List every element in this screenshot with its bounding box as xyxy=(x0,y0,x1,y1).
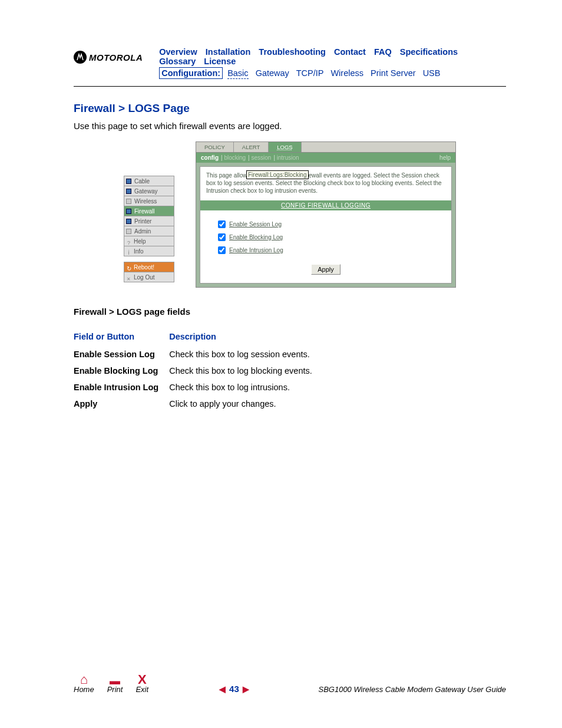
config-label: Configuration: xyxy=(159,67,223,79)
sidebar-item-info[interactable]: Info xyxy=(124,246,174,256)
home-button[interactable]: ⌂ Home xyxy=(74,673,94,694)
subnav-tcpip[interactable]: TCP/IP xyxy=(296,68,324,78)
check-blocking-label[interactable]: Enable Blocking Log xyxy=(229,234,283,241)
tab-logs[interactable]: LOGS xyxy=(269,142,301,152)
sidebar: Cable Gateway Wireless Firewall Printer … xyxy=(124,176,174,288)
nav-glossary[interactable]: Glossary xyxy=(159,57,196,66)
checkbox-blocking[interactable] xyxy=(218,233,226,241)
tab-policy[interactable]: POLICY xyxy=(196,142,234,152)
check-intrusion-label[interactable]: Enable Intrusion Log xyxy=(229,247,283,253)
subnav-basic[interactable]: Basic xyxy=(227,68,248,79)
subtab-blocking[interactable]: blocking xyxy=(224,154,246,161)
header-divider xyxy=(74,86,506,87)
page-intro: Use this page to set which firewall even… xyxy=(74,121,506,131)
subnav-usb[interactable]: USB xyxy=(423,68,441,78)
tab-row: POLICY ALERT LOGS xyxy=(196,142,455,153)
content-pane: POLICY ALERT LOGS config| blocking| sess… xyxy=(196,141,456,288)
motorola-icon xyxy=(74,51,87,64)
sidebar-item-firewall[interactable]: Firewall xyxy=(124,206,174,216)
nav-overview[interactable]: Overview xyxy=(159,47,197,57)
guide-title: SBG1000 Wireless Cable Modem Gateway Use… xyxy=(318,685,506,694)
exit-button[interactable]: X Exit xyxy=(135,673,148,694)
sidebar-item-wireless[interactable]: Wireless xyxy=(124,196,174,206)
sidebar-item-help[interactable]: Help xyxy=(124,236,174,246)
nav-license[interactable]: License xyxy=(204,57,236,66)
checkbox-intrusion[interactable] xyxy=(218,246,226,254)
nav-specifications[interactable]: Specifications xyxy=(400,47,458,57)
sidebar-item-cable[interactable]: Cable xyxy=(124,176,174,186)
table-row: ApplyClick to apply your changes. xyxy=(74,399,323,416)
top-nav: Overview Installation Troubleshooting Co… xyxy=(159,47,506,66)
brand-text: MOTOROLA xyxy=(89,52,143,62)
home-icon: ⌂ xyxy=(74,673,94,686)
nav-troubleshooting[interactable]: Troubleshooting xyxy=(259,47,326,57)
check-session-label[interactable]: Enable Session Log xyxy=(229,221,282,228)
prev-page-icon[interactable]: ◀ xyxy=(219,684,226,694)
subtab-session[interactable]: session xyxy=(251,154,271,161)
config-banner: CONFIG FIREWALL LOGGING xyxy=(200,200,451,210)
exit-icon: X xyxy=(135,673,148,686)
nav-faq[interactable]: FAQ xyxy=(374,47,392,57)
apply-button[interactable]: Apply xyxy=(311,264,340,275)
check-intrusion: Enable Intrusion Log xyxy=(216,245,445,256)
fields-title: Firewall > LOGS page fields xyxy=(74,307,506,317)
print-button[interactable]: ▬ Print xyxy=(107,676,123,694)
th-field: Field or Button xyxy=(74,332,169,350)
pager: ◀ 43 ▶ xyxy=(219,684,249,694)
footer: ⌂ Home ▬ Print X Exit ◀ 43 ▶ SBG1000 Wir… xyxy=(74,673,506,694)
nav-contact[interactable]: Contact xyxy=(334,47,366,57)
check-session: Enable Session Log xyxy=(216,219,445,230)
table-row: Enable Intrusion LogCheck this box to lo… xyxy=(74,383,323,399)
table-row: Enable Session LogCheck this box to log … xyxy=(74,350,323,366)
page-number: 43 xyxy=(229,684,239,694)
sidebar-logout[interactable]: Log Out xyxy=(124,272,174,282)
tooltip: Firewall:Logs:Blocking xyxy=(246,170,309,179)
sidebar-reboot[interactable]: Reboot! xyxy=(124,262,174,272)
sidebar-item-admin[interactable]: Admin xyxy=(124,226,174,236)
check-blocking: Enable Blocking Log xyxy=(216,232,445,243)
next-page-icon[interactable]: ▶ xyxy=(243,684,249,694)
page-title: Firewall > LOGS Page xyxy=(74,102,506,115)
tab-alert[interactable]: ALERT xyxy=(234,142,269,152)
subtab-row: config| blocking| session| intrusion hel… xyxy=(196,153,455,163)
subtab-intrusion[interactable]: intrusion xyxy=(277,154,299,161)
brand-logo: MOTOROLA xyxy=(74,51,143,64)
admin-ui-screenshot: Cable Gateway Wireless Firewall Printer … xyxy=(124,141,456,288)
help-link[interactable]: help xyxy=(439,154,451,161)
sidebar-item-printer[interactable]: Printer xyxy=(124,216,174,226)
pane-description: This page allow Firewall:Logs:Blocking x… xyxy=(206,172,445,195)
subnav-gateway[interactable]: Gateway xyxy=(256,68,289,78)
nav-installation[interactable]: Installation xyxy=(206,47,251,57)
subtab-config[interactable]: config xyxy=(201,154,219,161)
th-desc: Description xyxy=(169,332,323,350)
sub-nav: Configuration: Basic Gateway TCP/IP Wire… xyxy=(159,68,506,78)
subnav-printserver[interactable]: Print Server xyxy=(371,68,416,78)
sidebar-item-gateway[interactable]: Gateway xyxy=(124,186,174,196)
subnav-wireless[interactable]: Wireless xyxy=(330,68,363,78)
table-row: Enable Blocking LogCheck this box to log… xyxy=(74,366,323,383)
checkbox-session[interactable] xyxy=(218,220,226,228)
fields-table: Field or Button Description Enable Sessi… xyxy=(74,332,323,416)
